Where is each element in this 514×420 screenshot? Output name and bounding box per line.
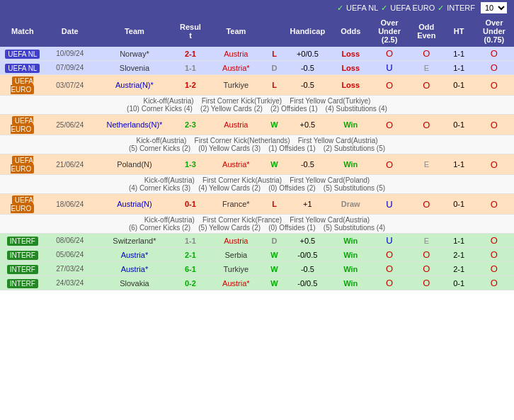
team-away-cell: Austria [207,47,265,61]
match-badge: UEFA EURO [0,75,45,96]
match-badge: UEFA NL [0,61,45,75]
odd-even-value: O [423,80,430,91]
over-under2-cell: O [474,115,514,135]
detail-line: (0) Offsides (2) [268,184,316,192]
result-cell: 1-3 [174,154,207,175]
kickoff-label: Kick-off(Austria) [144,176,195,184]
date-cell: 10/09/24 [45,47,95,61]
over-under-cell: O [370,115,409,135]
team-home-cell: Austria(N)* [95,75,174,96]
over-under2-cell: O [474,248,514,262]
odds-outcome: Win [343,251,358,259]
over-under-value: O [386,159,393,170]
result-score: 0-1 [185,200,196,208]
odds-outcome: Loss [341,64,360,72]
handicap-cell: -0.5 [283,154,331,175]
date-cell: 24/03/24 [45,276,95,290]
competition-badge: INTERF [7,237,38,246]
table-row: UEFA EURO 18/06/24 Austria(N) 0-1 France… [0,194,514,215]
odds-outcome: Win [343,120,358,129]
over-under2-value: O [491,235,498,246]
over-under-cell: U [370,194,409,215]
detail-cell: Kick-off(Austria) First Corner Kick(Neth… [0,135,514,154]
ht-cell: 2-1 [444,248,474,262]
odds-outcome: Loss [341,81,360,89]
wdl-cell: L [265,75,283,96]
table-row: INTERF 27/03/24 Austria* 6-1 Turkiye W -… [0,262,514,276]
over-under-cell: O [370,154,409,175]
uefa-euro-label: UEFA EURO [390,4,435,12]
wdl-indicator: W [270,251,278,259]
over-under-cell: U [370,61,409,75]
ht-cell: 1-1 [444,154,474,175]
th-match: Match [0,16,45,47]
detail-row: Kick-off(Austria) First Corner Kick(Aust… [0,175,514,194]
over-under-cell: U [370,234,409,248]
wdl-cell: D [265,234,283,248]
odd-even-value: O [423,263,430,274]
odd-even-cell: O [409,194,443,215]
competition-badge: INTERF [7,251,38,260]
result-score: 1-2 [185,81,196,89]
match-badge: UEFA NL [0,47,45,61]
odd-even-cell: E [409,61,443,75]
ht-cell: 0-1 [444,276,474,290]
match-badge: INTERF [0,248,45,262]
over-under-value: O [386,120,393,130]
odds-outcome-cell: Win [331,248,370,262]
check-uefa-nl: ✓ [337,4,343,13]
over-under2-cell: O [474,262,514,276]
wdl-indicator: L [272,200,277,208]
detail-cell: Kick-off(Austria) First Corner Kick(Turk… [0,96,514,115]
odds-outcome-cell: Loss [331,47,370,61]
over-under-value: O [386,249,393,260]
odds-outcome-cell: Win [331,154,370,175]
odd-even-value: O [423,249,430,260]
top-bar: ✓ UEFA NL ✓ UEFA EURO ✓ INTERF 10 20 5 [0,0,514,16]
detail-line: (2) Substitutions (5) [324,144,385,152]
over-under2-value: O [491,62,498,73]
result-cell: 2-3 [174,115,207,135]
odd-even-cell: O [409,75,443,96]
table-row: UEFA EURO 03/07/24 Austria(N)* 1-2 Turki… [0,75,514,96]
over-under-value: O [386,48,393,59]
result-score: 1-1 [185,64,196,72]
handicap-cell: +1 [283,194,331,215]
table-row: INTERF 05/06/24 Austria* 2-1 Serbia W -0… [0,248,514,262]
match-badge: INTERF [0,276,45,290]
detail-line: (10) Corner Kicks (4) [127,105,193,113]
over-under2-cell: O [474,75,514,96]
result-score: 2-3 [185,120,196,129]
result-score: 0-2 [185,279,196,288]
odds-outcome: Win [343,237,358,245]
detail-cell: Kick-off(Austria) First Corner Kick(Aust… [0,175,514,194]
th-wdl [265,16,283,47]
result-score: 1-3 [185,160,196,169]
wdl-cell: L [265,47,283,61]
match-badge: UEFA EURO [0,154,45,175]
odds-outcome-cell: Win [331,234,370,248]
odds-outcome: Win [343,265,358,273]
odds-outcome-cell: Draw [331,194,370,215]
kickoff-label: Kick-off(Austria) [136,137,186,144]
odd-even-value: O [423,278,430,288]
over-under-cell: O [370,276,409,290]
table-row: UEFA EURO 25/06/24 Netherlands(N)* 2-3 A… [0,115,514,135]
wdl-cell: D [265,61,283,75]
team-home-cell: Austria* [95,262,174,276]
competition-badge: UEFA NL [5,50,40,59]
team-home-cell: Austria(N) [95,194,174,215]
wdl-indicator: W [270,160,278,169]
th-over-under-25: Over Under (2.5) [370,16,409,47]
result-cell: 2-1 [174,248,207,262]
main-table: Match Date Team Result Team Handicap Odd… [0,16,514,290]
odd-even-value: O [423,199,430,210]
team-home-cell: Switzerland* [95,234,174,248]
date-cell: 03/07/24 [45,75,95,96]
detail-line: (2) Yellow Cards (2) [200,105,263,113]
over-under2-cell: O [474,234,514,248]
kickoff-label: Kick-off(Austria) [144,216,195,224]
team-home-cell: Slovakia [95,276,174,290]
last-count-select[interactable]: 10 20 5 [481,2,507,13]
table-row: INTERF 24/03/24 Slovakia 0-2 Austria* W … [0,276,514,290]
